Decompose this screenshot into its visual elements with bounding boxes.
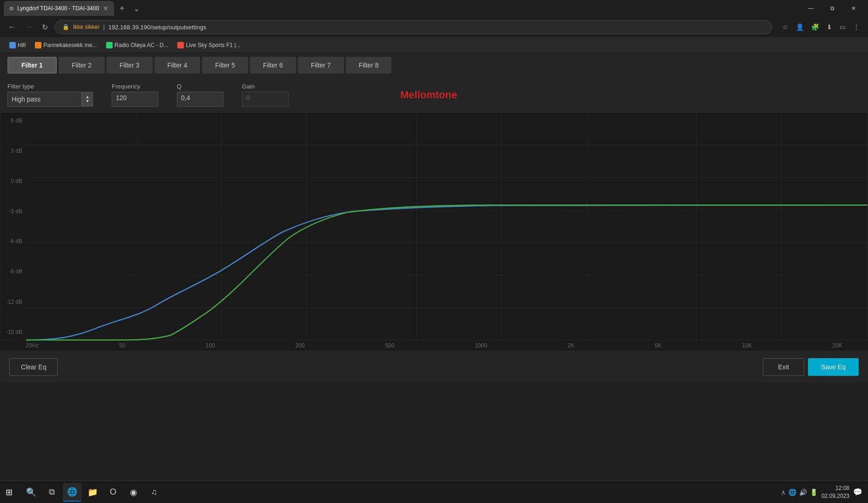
tab-close-btn[interactable]: ✕ bbox=[103, 5, 108, 12]
address-input[interactable]: 🔒 Ikke sikker | 192.168.39.190/setup/out… bbox=[54, 20, 772, 34]
gain-input: 0 bbox=[242, 92, 289, 107]
bottom-right-buttons: Exit Save Eq bbox=[763, 358, 859, 376]
taskbar-search[interactable]: 🔍 bbox=[22, 483, 40, 502]
bookmark-star-icon[interactable]: ☆ bbox=[780, 21, 791, 33]
bookmark-hifi[interactable]: Hifi bbox=[6, 41, 29, 50]
back-btn[interactable]: ← bbox=[6, 21, 19, 33]
refresh-btn[interactable]: ↻ bbox=[39, 21, 51, 34]
freq-50: 50 bbox=[119, 342, 125, 349]
filter-tab-8[interactable]: Filter 8 bbox=[346, 57, 392, 74]
taskbar-spotify[interactable]: ♫ bbox=[145, 483, 163, 502]
db-3: 3 dB bbox=[4, 148, 22, 154]
network-icon[interactable]: 🌐 bbox=[788, 489, 796, 496]
freq-100: 100 bbox=[206, 342, 215, 349]
taskbar: ⊞ 🔍 ⧉ 🌐 📁 O ◉ ♫ ∧ 🌐 🔊 🔋 12:08 02.09.2023… bbox=[0, 481, 868, 503]
bookmark-hifi-icon bbox=[9, 42, 16, 48]
freq-1k: 1000 bbox=[475, 342, 487, 349]
freq-2k: 2K bbox=[568, 342, 575, 349]
clear-eq-button[interactable]: Clear Eq bbox=[9, 358, 58, 376]
start-button[interactable]: ⊞ bbox=[0, 487, 18, 497]
download-icon[interactable]: ⬇ bbox=[824, 21, 835, 33]
battery-icon[interactable]: 🔋 bbox=[810, 489, 818, 496]
notification-icon[interactable]: 💬 bbox=[853, 488, 862, 496]
bottom-bar: Clear Eq Exit Save Eq bbox=[0, 351, 868, 383]
page-content: Filter 1 Filter 2 Filter 3 Filter 4 Filt… bbox=[0, 53, 868, 383]
active-tab[interactable]: ⊙ Lyngdorf TDAI-3400 - TDAI-3400 ✕ bbox=[4, 1, 114, 16]
bookmark-pannekake[interactable]: Pannekakesekk me... bbox=[31, 41, 101, 50]
arrow-down-icon[interactable]: ▼ bbox=[86, 99, 90, 103]
address-bar: ← → ↻ 🔒 Ikke sikker | 192.168.39.190/set… bbox=[0, 17, 868, 37]
eq-chart-container: 6 dB 3 dB 0 dB -3 dB -6 dB -9 dB -12 dB … bbox=[0, 112, 868, 340]
bookmark-sky[interactable]: Live Sky Sports F1 |... bbox=[174, 41, 244, 50]
db-minus12: -12 dB bbox=[4, 299, 22, 305]
filter-controls: Filter type High pass ▲ ▼ Frequency 120 … bbox=[0, 77, 868, 112]
gain-label: Gain bbox=[242, 83, 289, 90]
taskbar-chrome2[interactable]: ◉ bbox=[124, 483, 143, 502]
bookmark-radio[interactable]: Radio Oløya AC - D... bbox=[102, 41, 172, 50]
url-text: | bbox=[103, 24, 105, 30]
url-display: 192.168.39.190/setup/outputsettings bbox=[108, 24, 206, 31]
frequency-label: Frequency bbox=[112, 83, 158, 90]
db-6: 6 dB bbox=[4, 117, 22, 124]
forward-btn[interactable]: → bbox=[22, 21, 35, 33]
extension-icon[interactable]: 🧩 bbox=[808, 21, 822, 33]
clock-date: 02.09.2023 bbox=[821, 492, 849, 500]
taskbar-chrome[interactable]: 🌐 bbox=[63, 483, 81, 502]
systray-icons: ∧ 🌐 🔊 🔋 bbox=[781, 489, 818, 496]
taskbar-task-view[interactable]: ⧉ bbox=[42, 483, 61, 502]
db-labels: 6 dB 3 dB 0 dB -3 dB -6 dB -9 dB -12 dB … bbox=[0, 113, 26, 340]
db-minus15: -15 dB bbox=[4, 329, 22, 335]
eq-chart[interactable]: 6 dB 3 dB 0 dB -3 dB -6 dB -9 dB -12 dB … bbox=[0, 113, 868, 340]
frequency-group: Frequency 120 bbox=[112, 83, 158, 107]
freq-labels: 20Hz 50 100 200 500 1000 2K 5K 10K 20K bbox=[0, 340, 868, 351]
frequency-input[interactable]: 120 bbox=[112, 92, 158, 107]
sidebar-icon[interactable]: ▭ bbox=[837, 21, 848, 33]
window-controls: — ⧉ ✕ bbox=[800, 1, 864, 16]
filter-tab-7[interactable]: Filter 7 bbox=[298, 57, 344, 74]
filter-tab-3[interactable]: Filter 3 bbox=[107, 57, 153, 74]
filter-tabs: Filter 1 Filter 2 Filter 3 Filter 4 Filt… bbox=[0, 53, 868, 77]
tab-overflow-btn[interactable]: ⌄ bbox=[130, 4, 143, 13]
q-input[interactable]: 0,4 bbox=[177, 92, 223, 107]
filter-tab-5[interactable]: Filter 5 bbox=[202, 57, 248, 74]
filter-type-group: Filter type High pass ▲ ▼ bbox=[7, 83, 93, 107]
bookmark-hifi-label: Hifi bbox=[18, 42, 26, 48]
lock-icon: 🔒 bbox=[62, 24, 69, 30]
bookmarks-bar: Hifi Pannekakesekk me... Radio Oløya AC … bbox=[0, 37, 868, 53]
q-label: Q bbox=[177, 83, 223, 90]
save-eq-button[interactable]: Save Eq bbox=[808, 358, 859, 376]
freq-200: 200 bbox=[296, 342, 305, 349]
bookmark-radio-icon bbox=[106, 42, 113, 48]
exit-button[interactable]: Exit bbox=[763, 358, 804, 376]
bookmark-radio-label: Radio Oløya AC - D... bbox=[114, 42, 168, 48]
profile-icon[interactable]: 👤 bbox=[793, 21, 807, 33]
db-minus9: -9 dB bbox=[4, 268, 22, 275]
volume-icon[interactable]: 🔊 bbox=[799, 489, 807, 496]
close-btn[interactable]: ✕ bbox=[843, 1, 864, 16]
bookmark-pannekake-label: Pannekakesekk me... bbox=[43, 42, 97, 48]
taskbar-opera[interactable]: O bbox=[104, 483, 122, 502]
taskbar-file-explorer[interactable]: 📁 bbox=[83, 483, 102, 502]
filter-type-value[interactable]: High pass bbox=[7, 92, 82, 107]
new-tab-btn[interactable]: + bbox=[116, 4, 128, 14]
restore-btn[interactable]: ⧉ bbox=[821, 1, 843, 16]
q-group: Q 0,4 bbox=[177, 83, 223, 107]
show-hidden-icon[interactable]: ∧ bbox=[781, 489, 786, 496]
gain-group: Gain 0 bbox=[242, 83, 289, 107]
minimize-btn[interactable]: — bbox=[800, 1, 821, 16]
clock[interactable]: 12:08 02.09.2023 bbox=[821, 484, 849, 500]
menu-icon[interactable]: ⋮ bbox=[850, 21, 862, 33]
tab-title: Lyngdorf TDAI-3400 - TDAI-3400 bbox=[17, 5, 99, 12]
green-curve bbox=[26, 205, 868, 340]
filter-tab-2[interactable]: Filter 2 bbox=[59, 57, 105, 74]
db-minus3: -3 dB bbox=[4, 208, 22, 215]
filter-tab-4[interactable]: Filter 4 bbox=[155, 57, 201, 74]
filter-tab-6[interactable]: Filter 6 bbox=[250, 57, 296, 74]
filter-tab-1[interactable]: Filter 1 bbox=[7, 57, 57, 74]
protocol-text: Ikke sikker bbox=[73, 24, 100, 30]
freq-500: 500 bbox=[385, 342, 394, 349]
filter-type-arrows[interactable]: ▲ ▼ bbox=[82, 92, 93, 107]
bookmark-pannekake-icon bbox=[35, 42, 41, 48]
browser-chrome: ⊙ Lyngdorf TDAI-3400 - TDAI-3400 ✕ + ⌄ —… bbox=[0, 0, 868, 53]
filter-type-select[interactable]: High pass ▲ ▼ bbox=[7, 92, 93, 107]
